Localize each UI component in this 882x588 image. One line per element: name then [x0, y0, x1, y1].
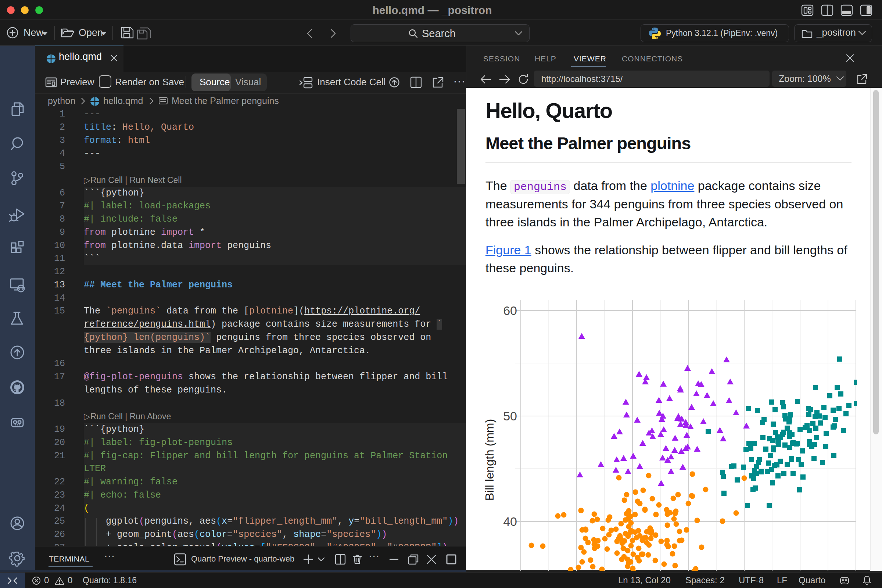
svg-text:60: 60 — [503, 303, 517, 318]
svg-text:50: 50 — [503, 409, 517, 423]
svg-text:40: 40 — [503, 514, 517, 528]
svg-text:Bill length (mm): Bill length (mm) — [483, 419, 496, 501]
